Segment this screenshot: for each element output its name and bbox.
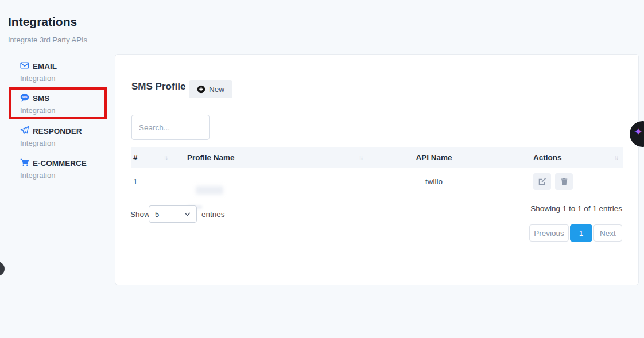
cell-index: 1 xyxy=(131,177,173,186)
column-header-actions[interactable]: Actions ↑↓ xyxy=(500,153,623,162)
edit-button[interactable] xyxy=(533,173,551,190)
table-row: 1 twilio xyxy=(131,168,623,196)
plus-circle-icon xyxy=(197,85,205,94)
shopping-cart-icon xyxy=(20,158,29,169)
svg-text:SMS: SMS xyxy=(22,96,27,99)
sort-icon: ↑↓ xyxy=(614,154,623,161)
sidebar-item-sublabel: Integration xyxy=(20,139,112,147)
edit-icon xyxy=(538,177,546,186)
pagination: Previous 1 Next xyxy=(529,224,622,242)
sidebar-item-label: EMAIL xyxy=(33,62,57,71)
search-input[interactable] xyxy=(131,115,210,140)
column-header-api-name[interactable]: API Name xyxy=(368,153,500,162)
sort-icon: ↑↓ xyxy=(164,154,173,161)
new-button[interactable]: New xyxy=(189,80,232,98)
envelope-icon xyxy=(20,61,29,72)
sparkle-icon: ✦ xyxy=(634,126,643,137)
sidebar-item-email[interactable]: EMAIL Integration xyxy=(20,61,112,83)
sort-icon: ↑↓ xyxy=(359,154,368,161)
paper-plane-icon xyxy=(20,126,29,137)
sms-profile-panel: SMS Profile New # ↑↓ Profile Name ↑↓ API… xyxy=(115,54,639,285)
panel-title: SMS Profile xyxy=(131,81,185,92)
column-header-index[interactable]: # ↑↓ xyxy=(131,153,173,162)
current-page-button[interactable]: 1 xyxy=(570,224,592,242)
entries-label: entries xyxy=(201,210,225,219)
sidebar-item-sublabel: Integration xyxy=(20,74,112,83)
sidebar-item-label: RESPONDER xyxy=(33,127,82,135)
sidebar-item-label: SMS xyxy=(33,94,49,103)
sidebar-item-ecommerce[interactable]: E-COMMERCE Integration xyxy=(20,158,112,180)
table-info: Showing 1 to 1 of 1 entries xyxy=(530,204,622,213)
table-header-row: # ↑↓ Profile Name ↑↓ API Name Actions ↑↓ xyxy=(131,147,623,168)
sidebar-item-sublabel: Integration xyxy=(20,171,112,180)
left-edge-widget[interactable] xyxy=(0,262,5,276)
entries-select[interactable]: 5 xyxy=(149,205,197,223)
sidebar-item-responder[interactable]: RESPONDER Integration xyxy=(20,126,112,147)
chevron-down-icon xyxy=(184,212,191,216)
sidebar-item-sublabel: Integration xyxy=(20,106,112,115)
entries-select-value: 5 xyxy=(155,210,159,219)
cell-api-name: twilio xyxy=(368,177,500,186)
column-header-profile-name[interactable]: Profile Name ↑↓ xyxy=(173,153,368,162)
redacted-profile-name xyxy=(196,186,223,195)
sidebar-item-label: E-COMMERCE xyxy=(33,159,87,168)
sidebar-item-sms[interactable]: SMS SMS Integration xyxy=(20,93,112,115)
cell-actions xyxy=(500,173,623,190)
show-label: Show xyxy=(130,210,150,219)
delete-button[interactable] xyxy=(555,173,573,190)
page-title: Integrations xyxy=(8,15,77,29)
sms-chat-icon: SMS xyxy=(20,93,29,104)
previous-page-button[interactable]: Previous xyxy=(529,224,569,242)
trash-icon xyxy=(560,177,568,186)
next-page-button[interactable]: Next xyxy=(593,224,622,242)
page-subtitle: Integrate 3rd Party APIs xyxy=(8,36,87,44)
new-button-label: New xyxy=(209,85,224,94)
